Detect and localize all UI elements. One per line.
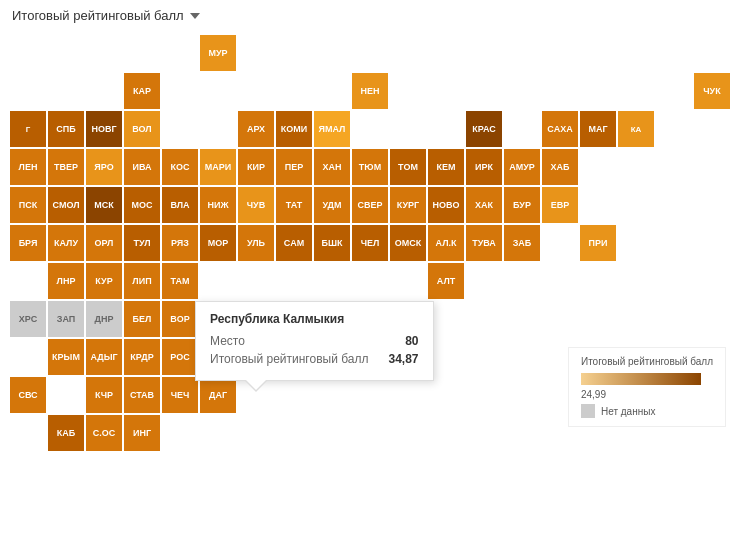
cell-psk[interactable]: ПСК xyxy=(10,187,46,223)
cell-empty xyxy=(694,35,730,71)
cell-mag[interactable]: МАГ xyxy=(580,111,616,147)
cell-chuv[interactable]: ЧУВ xyxy=(238,187,274,223)
cell-saha[interactable]: САХА xyxy=(542,111,578,147)
cell-sos[interactable]: С.ОС xyxy=(86,415,122,451)
cell-spb[interactable]: СПБ xyxy=(48,111,84,147)
cell-hrs[interactable]: ХРС xyxy=(10,301,46,337)
cell-kos[interactable]: КОС xyxy=(162,149,198,185)
cell-han[interactable]: ХАН xyxy=(314,149,350,185)
tooltip-score-row: Итоговый рейтинговый балл 34,87 xyxy=(210,352,419,366)
cell-yaro[interactable]: ЯРО xyxy=(86,149,122,185)
cell-alk[interactable]: АЛ.К xyxy=(428,225,464,261)
cell-kir[interactable]: КИР xyxy=(238,149,274,185)
cell-hab[interactable]: ХАБ xyxy=(542,149,578,185)
cell-kar[interactable]: КАР xyxy=(124,73,160,109)
chevron-down-icon[interactable] xyxy=(190,13,200,19)
cell-tat[interactable]: ТАТ xyxy=(276,187,312,223)
cell-empty xyxy=(238,263,274,299)
cell-chuk[interactable]: ЧУК xyxy=(694,73,730,109)
cell-ady[interactable]: АДЫГ xyxy=(86,339,122,375)
cell-mor[interactable]: МОР xyxy=(200,225,236,261)
cell-irk[interactable]: ИРК xyxy=(466,149,502,185)
cell-sver[interactable]: СВЕР xyxy=(352,187,388,223)
legend-gradient xyxy=(581,373,701,385)
cell-kchr[interactable]: КЧР xyxy=(86,377,122,413)
cell-vol[interactable]: ВОЛ xyxy=(124,111,160,147)
cell-tuva[interactable]: ТУВА xyxy=(466,225,502,261)
tooltip-score-value: 34,87 xyxy=(388,352,418,366)
cell-mos[interactable]: МОС xyxy=(124,187,160,223)
cell-empty xyxy=(428,35,464,71)
cell-ing[interactable]: ИНГ xyxy=(124,415,160,451)
cell-empty xyxy=(390,35,426,71)
cell-per[interactable]: ПЕР xyxy=(276,149,312,185)
cell-smol[interactable]: СМОЛ xyxy=(48,187,84,223)
cell-amur[interactable]: АМУР xyxy=(504,149,540,185)
cell-arh[interactable]: АРХ xyxy=(238,111,274,147)
cell-bur[interactable]: БУР xyxy=(504,187,540,223)
cell-ros[interactable]: РОС xyxy=(162,339,198,375)
cell-nen[interactable]: НЕН xyxy=(352,73,388,109)
cell-dag[interactable]: ДАГ xyxy=(200,377,236,413)
cell-empty xyxy=(86,73,122,109)
cell-tver[interactable]: ТВЕР xyxy=(48,149,84,185)
cell-dnr[interactable]: ДНР xyxy=(86,301,122,337)
cell-zab[interactable]: ЗАБ xyxy=(504,225,540,261)
cell-tyum[interactable]: ТЮМ xyxy=(352,149,388,185)
dropdown-label[interactable]: Итоговый рейтинговый балл xyxy=(12,8,184,23)
cell-udm[interactable]: УДМ xyxy=(314,187,350,223)
cell-kur[interactable]: КУР xyxy=(86,263,122,299)
cell-vla[interactable]: ВЛА xyxy=(162,187,198,223)
cell-chel[interactable]: ЧЕЛ xyxy=(352,225,388,261)
cell-ka[interactable]: КА xyxy=(618,111,654,147)
cell-g[interactable]: Г xyxy=(10,111,46,147)
cell-bel[interactable]: БЕЛ xyxy=(124,301,160,337)
cell-ul[interactable]: УЛЬ xyxy=(238,225,274,261)
cell-msk[interactable]: МСК xyxy=(86,187,122,223)
cell-komi[interactable]: КОМИ xyxy=(276,111,312,147)
cell-zap[interactable]: ЗАП xyxy=(48,301,84,337)
cell-stav[interactable]: СТАВ xyxy=(124,377,160,413)
cell-ryaz[interactable]: РЯЗ xyxy=(162,225,198,261)
cell-nizh[interactable]: НИЖ xyxy=(200,187,236,223)
cell-kab[interactable]: КАБ xyxy=(48,415,84,451)
cell-kem[interactable]: КЕМ xyxy=(428,149,464,185)
cell-empty xyxy=(162,35,198,71)
cell-kras[interactable]: КРАС xyxy=(466,111,502,147)
cell-pri[interactable]: ПРИ xyxy=(580,225,616,261)
cell-omsk[interactable]: ОМСК xyxy=(390,225,426,261)
cell-empty xyxy=(162,73,198,109)
cell-sam[interactable]: САМ xyxy=(276,225,312,261)
cell-empty xyxy=(580,35,616,71)
cell-hak[interactable]: ХАК xyxy=(466,187,502,223)
cell-mur[interactable]: МУР xyxy=(200,35,236,71)
cell-empty xyxy=(314,73,350,109)
cell-kurg[interactable]: КУРГ xyxy=(390,187,426,223)
cell-empty xyxy=(428,73,464,109)
cell-brya[interactable]: БРЯ xyxy=(10,225,46,261)
cell-empty xyxy=(200,73,236,109)
cell-mari[interactable]: МАРИ xyxy=(200,149,236,185)
cell-kalu[interactable]: КАЛУ xyxy=(48,225,84,261)
cell-len[interactable]: ЛЕН xyxy=(10,149,46,185)
cell-empty xyxy=(86,35,122,71)
cell-svs[interactable]: СВС xyxy=(10,377,46,413)
cell-orl[interactable]: ОРЛ xyxy=(86,225,122,261)
cell-tam[interactable]: ТАМ xyxy=(162,263,198,299)
cell-chech[interactable]: ЧЕЧ xyxy=(162,377,198,413)
cell-yamal[interactable]: ЯМАЛ xyxy=(314,111,350,147)
cell-lnr[interactable]: ЛНР xyxy=(48,263,84,299)
cell-novg[interactable]: НОВГ xyxy=(86,111,122,147)
cell-novo[interactable]: НОВО xyxy=(428,187,464,223)
cell-evr[interactable]: ЕВР xyxy=(542,187,578,223)
cell-lip[interactable]: ЛИП xyxy=(124,263,160,299)
cell-krym[interactable]: КРЫМ xyxy=(48,339,84,375)
cell-tul[interactable]: ТУЛ xyxy=(124,225,160,261)
cell-tom[interactable]: ТОМ xyxy=(390,149,426,185)
cell-bshk[interactable]: БШК xyxy=(314,225,350,261)
cell-iva[interactable]: ИВА xyxy=(124,149,160,185)
legend-grey-box xyxy=(581,404,595,418)
cell-alt[interactable]: АЛТ xyxy=(428,263,464,299)
cell-vor[interactable]: ВОР xyxy=(162,301,198,337)
cell-krdr[interactable]: КРДР xyxy=(124,339,160,375)
